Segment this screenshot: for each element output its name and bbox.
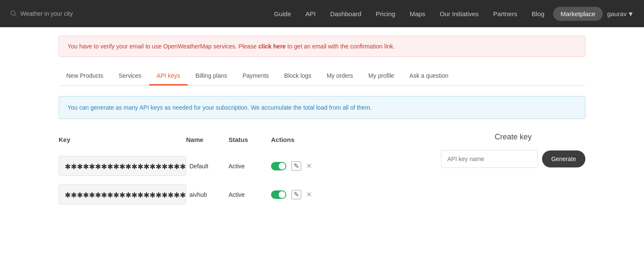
info-box-text: You can generate as many API keys as nee… [68,104,372,111]
nav-link-partners[interactable]: Partners [487,7,523,21]
content-grid: Key Name Status Actions ✱✱✱✱✱✱✱✱✱✱✱✱✱✱✱✱… [59,133,585,209]
create-key-form: Generate [441,150,585,168]
navbar: Weather in your city GuideAPIDashboardPr… [0,0,644,27]
nav-links: GuideAPIDashboardPricingMapsOur Initiati… [268,7,603,21]
search-bar[interactable]: Weather in your city [10,10,73,17]
tab-ask-a-question[interactable]: Ask a question [402,67,456,85]
nav-link-blog[interactable]: Blog [526,7,551,21]
delete-key-icon-1[interactable]: ✕ [306,190,312,198]
col-name: Name [186,136,229,143]
nav-link-guide[interactable]: Guide [268,7,297,21]
tab-my-orders[interactable]: My orders [319,67,361,85]
search-icon [10,10,17,17]
nav-link-dashboard[interactable]: Dashboard [324,7,367,21]
api-key-status: Active [229,163,271,170]
api-rows: ✱✱✱✱✱✱✱✱✱✱✱✱✱✱✱✱✱✱✱✱✱✱ Default Active ✎ … [59,152,415,209]
tabs-bar: New ProductsServicesAPI keysBilling plan… [59,67,585,86]
nav-link-maps[interactable]: Maps [404,7,431,21]
main-content: You have to verify your email to use Ope… [46,27,598,217]
api-key-name: aivhub [186,191,229,198]
nav-link-pricing[interactable]: Pricing [370,7,401,21]
toggle-key-0[interactable] [271,162,286,170]
alert-text-after: to get an email with the confirmation li… [286,43,395,50]
create-key-section: Create key Generate [441,133,585,168]
col-key: Key [59,136,186,143]
email-verification-alert: You have to verify your email to use Ope… [59,36,585,57]
col-actions: Actions [271,136,322,143]
table-header: Key Name Status Actions [59,133,415,147]
click-here-link[interactable]: click here [258,43,286,50]
generate-button[interactable]: Generate [542,150,585,167]
alert-text-before: You have to verify your email to use Ope… [68,43,258,50]
tab-api-keys[interactable]: API keys [149,67,188,85]
delete-key-icon-0[interactable]: ✕ [306,162,312,170]
col-status: Status [229,136,271,143]
table-row: ✱✱✱✱✱✱✱✱✱✱✱✱✱✱✱✱✱✱✱✱✱✱ Default Active ✎ … [59,152,415,180]
create-key-title: Create key [441,133,585,142]
tab-payments[interactable]: Payments [235,67,277,85]
edit-key-icon-0[interactable]: ✎ [291,162,301,171]
nav-link-marketplace[interactable]: Marketplace [553,7,603,21]
tab-billing-plans[interactable]: Billing plans [188,67,235,85]
api-info-box: You can generate as many API keys as nee… [59,96,585,119]
search-placeholder: Weather in your city [20,10,73,17]
table-row: ✱✱✱✱✱✱✱✱✱✱✱✱✱✱✱✱✱✱✱✱✱✱ aivhub Active ✎ ✕ [59,180,415,209]
nav-link-api[interactable]: API [299,7,322,21]
username: gaurav [607,10,627,17]
api-table-section: Key Name Status Actions ✱✱✱✱✱✱✱✱✱✱✱✱✱✱✱✱… [59,133,415,209]
chevron-down-icon: ▼ [627,10,634,17]
api-key-status: Active [229,191,271,198]
tab-block-logs[interactable]: Block logs [277,67,319,85]
tab-my-profile[interactable]: My profile [361,67,402,85]
api-key-name: Default [186,163,229,170]
api-key-actions: ✎ ✕ [271,162,322,171]
api-key-value: ✱✱✱✱✱✱✱✱✱✱✱✱✱✱✱✱✱✱✱✱✱✱ [59,156,186,176]
nav-link-our-initiatives[interactable]: Our Initiatives [434,7,485,21]
api-key-name-input[interactable] [441,150,538,168]
user-menu[interactable]: gaurav ▼ [607,10,634,17]
edit-key-icon-1[interactable]: ✎ [291,190,301,199]
toggle-key-1[interactable] [271,190,286,199]
svg-line-1 [15,15,17,17]
api-key-value: ✱✱✱✱✱✱✱✱✱✱✱✱✱✱✱✱✱✱✱✱✱✱ [59,184,186,204]
api-key-actions: ✎ ✕ [271,190,322,199]
tab-new-products[interactable]: New Products [59,67,111,85]
tab-services[interactable]: Services [111,67,149,85]
